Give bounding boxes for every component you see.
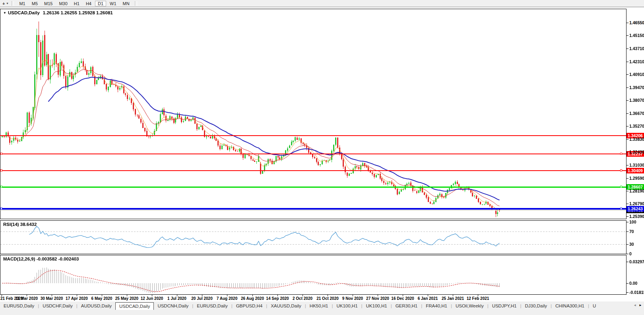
price-tick-1.45150-tick — [627, 35, 628, 36]
toolbar-grip[interactable] — [135, 1, 137, 6]
horizontal-line-1.32237[interactable] — [0, 154, 626, 154]
price-badge-1.26243: 1.26243 — [627, 206, 644, 212]
macd-tick-0.00: 0.00 — [629, 281, 637, 286]
macd-tick-0.032972: 0.032972 — [629, 259, 644, 264]
price-tick-1.26790-tick — [627, 204, 628, 204]
date-label-14-Sep-2020: 14 Sep 2020 — [266, 296, 289, 301]
date-label-6-Jan-2021: 6 Jan 2021 — [418, 296, 438, 301]
price-tick-1.43710-tick — [627, 49, 628, 49]
chart-tab-audusd-daily[interactable]: AUDUSD,Daily — [78, 302, 115, 310]
chart-tab-eurusd-daily[interactable]: EURUSD,Daily — [0, 302, 38, 310]
macd-indicator-panel[interactable]: MACD(12,26,9) -0.003582 -0.002403 — [0, 255, 627, 295]
date-label-25-Jan-2021: 25 Jan 2021 — [442, 296, 464, 301]
timeframe-button-m1[interactable]: M1 — [16, 1, 28, 6]
chart-tab-usdcnh-daily[interactable]: USDCNH,Daily — [154, 302, 192, 310]
price-tick-1.33830: 1.33830 — [629, 137, 644, 142]
horizontal-line-1.34206[interactable] — [0, 135, 626, 136]
chart-tab-dj30-daily[interactable]: DJ30,Daily — [521, 302, 551, 310]
timeframe-button-w1[interactable]: W1 — [107, 1, 119, 6]
chart-ohlc-values: 1.26136 1.26255 1.25928 1.26081 — [43, 10, 113, 15]
rsi-tick-30-tick — [627, 244, 628, 245]
date-label-1-Jul-2020: 1 Jul 2020 — [167, 296, 186, 301]
date-label-2-Oct-2020: 2 Oct 2020 — [293, 296, 312, 301]
horizontal-line-1.30409-handle[interactable] — [620, 169, 622, 171]
macd-tick-0.00-tick — [627, 283, 628, 284]
date-label-20-Jul-2020: 20 Jul 2020 — [191, 296, 212, 301]
price-tick-1.43710: 1.43710 — [629, 46, 644, 51]
horizontal-line-1.28607-handle[interactable] — [0, 186, 2, 188]
timeframe-button-mn[interactable]: MN — [120, 1, 132, 6]
macd-tick--0.018154-tick — [627, 292, 628, 293]
timeframe-button-h4[interactable]: H4 — [83, 1, 94, 6]
horizontal-line-1.26243[interactable] — [0, 208, 626, 210]
timeframe-button-m5[interactable]: M5 — [29, 1, 41, 6]
chart-tab-ger30-h1[interactable]: GER30,H1 — [392, 302, 421, 310]
price-tick-1.28190: 1.28190 — [629, 189, 644, 193]
chart-dropdown-icon[interactable]: ▼ — [3, 11, 6, 15]
current-price-line[interactable] — [0, 210, 626, 210]
toolbar-grip[interactable] — [12, 1, 14, 6]
horizontal-line-1.28607-handle[interactable] — [620, 186, 622, 188]
chart-title: ▼USDCAD,Daily1.26136 1.26255 1.25928 1.2… — [3, 10, 113, 15]
tab-scroll-left-icon[interactable]: ◄ — [633, 303, 636, 307]
dropdown-caret-icon[interactable]: ▾ — [6, 2, 8, 5]
price-tick-1.46550: 1.46550 — [629, 20, 644, 25]
horizontal-line-1.32237-handle[interactable] — [0, 153, 2, 155]
horizontal-line-1.26243-handle[interactable] — [620, 208, 622, 210]
price-tick-1.45150: 1.45150 — [629, 33, 644, 38]
chart-tab-uk100-h1[interactable]: UK100,H1 — [363, 302, 391, 310]
chart-tab-usoil-weekly[interactable]: USOil,Weekly — [452, 302, 487, 310]
timeframe-button-m30[interactable]: M30 — [56, 1, 70, 6]
date-label-30-Mar-2020: 30 Mar 2020 — [41, 296, 63, 301]
price-tick-1.36670-tick — [627, 113, 628, 114]
price-tick-1.26790: 1.26790 — [629, 201, 644, 206]
macd-tick-0.032972-tick — [627, 262, 628, 262]
rsi-indicator-panel[interactable]: RSI(14) 38.6432 — [0, 220, 627, 254]
date-label-12-Jun-2020: 12 Jun 2020 — [141, 296, 163, 301]
date-label-21-Oct-2020: 21 Oct 2020 — [316, 296, 339, 301]
horizontal-line-1.30409-handle[interactable] — [0, 169, 2, 171]
chart-tab-eurusd-daily[interactable]: EURUSD,Daily — [193, 302, 231, 310]
chart-tab-xauusd-daily[interactable]: XAUUSD,Daily — [267, 302, 305, 310]
timeframe-button-m15[interactable]: M15 — [41, 1, 55, 6]
price-tick-1.32430-tick — [627, 152, 628, 152]
horizontal-line-1.32237-handle[interactable] — [620, 153, 622, 155]
timeframe-button-h1[interactable]: H1 — [71, 1, 82, 6]
horizontal-line-1.30409[interactable] — [0, 170, 626, 171]
top-toolbar: + ▾ M1M5M15M30H1H4D1W1MN — [0, 0, 644, 7]
chart-tab-usdjpy-h1[interactable]: USDJPY,H1 — [489, 302, 520, 310]
price-tick-1.28190-tick — [627, 191, 628, 191]
crosshair-icon[interactable]: + — [2, 1, 5, 6]
chart-tab-u[interactable]: U — [589, 302, 599, 310]
date-label-11-Mar-2020: 11 Mar 2020 — [16, 296, 38, 301]
chart-tab-uk100-h1[interactable]: UK100,H1 — [333, 302, 361, 310]
chart-tab-usdchf-daily[interactable]: USDCHF,Daily — [39, 302, 76, 310]
rsi-canvas[interactable] — [0, 221, 626, 254]
chart-symbol-label: USDCAD,Daily — [8, 10, 40, 15]
chart-tab-china300-h1[interactable]: CHINA300,H1 — [552, 302, 588, 310]
chart-tab-usdcad-daily[interactable]: USDCAD,Daily — [115, 302, 154, 310]
date-label-25-May-2020: 25 May 2020 — [115, 296, 138, 301]
timeframe-button-d1[interactable]: D1 — [95, 1, 106, 6]
chart-tab-bar: EURUSD,Daily|USDCHF,Daily|AUDUSD,DailyUS… — [0, 302, 644, 310]
macd-tick--0.018154: -0.018154 — [629, 290, 644, 295]
price-tick-1.35270-tick — [627, 126, 628, 126]
price-tick-1.33830-tick — [627, 139, 628, 140]
horizontal-line-1.28607[interactable] — [0, 187, 626, 188]
macd-canvas[interactable] — [0, 255, 626, 294]
rsi-tick-70: 70 — [629, 229, 634, 234]
price-tick-1.39470-tick — [627, 88, 628, 88]
horizontal-line-1.26243-handle[interactable] — [0, 208, 2, 210]
rsi-tick-0: 0 — [629, 251, 632, 256]
price-tick-1.38070-tick — [627, 100, 628, 101]
chart-tab-hk50-h1[interactable]: HK50,H1 — [306, 302, 332, 310]
rsi-tick-100: 100 — [629, 220, 636, 224]
date-label-16-Dec-2020: 16 Dec 2020 — [391, 296, 414, 301]
tab-scroll-right-icon[interactable]: ► — [639, 303, 642, 307]
price-tick-1.40910: 1.40910 — [629, 72, 644, 77]
chart-tab-fra40-h1[interactable]: FRA40,H1 — [422, 302, 451, 310]
price-tick-1.38070: 1.38070 — [629, 98, 644, 103]
price-tick-1.32430: 1.32430 — [629, 150, 644, 154]
chart-tab-gbpusd-h4[interactable]: GBPUSD,H4 — [233, 302, 266, 310]
macd-label: MACD(12,26,9) -0.003582 -0.002403 — [3, 257, 79, 261]
